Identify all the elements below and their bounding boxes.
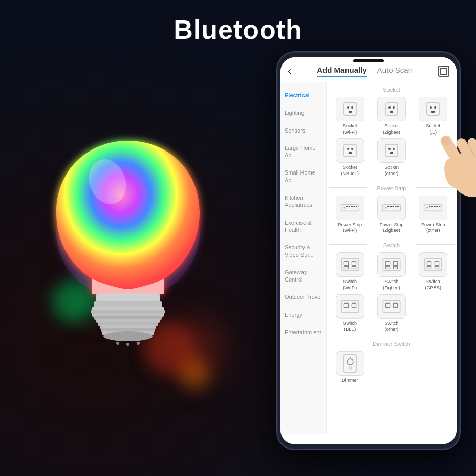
socket-nbiot-icon xyxy=(336,138,364,163)
device-switch-wifi[interactable]: Switch(Wi-Fi) xyxy=(331,252,369,291)
back-button[interactable]: ‹ xyxy=(288,64,291,78)
nav-outdoor[interactable]: Outdoor Travel xyxy=(280,288,326,306)
switch-ble-icon xyxy=(336,294,364,319)
phone-container: ‹ Add Manually Auto Scan Electrical Ligh… xyxy=(276,51,461,450)
scan-icon[interactable] xyxy=(438,66,449,77)
svg-rect-47 xyxy=(390,206,392,207)
socket-wifi-icon xyxy=(336,97,364,121)
dimmer-icon xyxy=(336,351,364,376)
nav-sensors[interactable]: Sensors xyxy=(280,122,326,139)
tab-auto-scan[interactable]: Auto Scan xyxy=(377,66,413,77)
bulb-area xyxy=(10,41,246,466)
svg-rect-66 xyxy=(385,266,390,269)
svg-rect-41 xyxy=(351,206,352,207)
left-nav: Electrical Lighting Sensors Large Home A… xyxy=(280,82,327,434)
device-strip-zigbee[interactable]: Power Strip(Zigbee) xyxy=(372,196,410,234)
svg-point-14 xyxy=(126,343,129,346)
svg-rect-71 xyxy=(427,266,431,269)
switch-other-icon xyxy=(377,294,406,319)
device-switch-gprs[interactable]: Switch(GPRS) xyxy=(414,252,452,291)
switch-gprs-label: Switch(GPRS) xyxy=(425,279,442,291)
svg-rect-69 xyxy=(427,261,431,265)
svg-point-80 xyxy=(347,359,353,365)
svg-point-35 xyxy=(393,148,395,150)
svg-rect-60 xyxy=(352,261,356,265)
svg-rect-65 xyxy=(393,261,397,265)
dimmer-label: Dimmer xyxy=(342,378,358,384)
device-switch-zigbee[interactable]: Switch(Zigbee) xyxy=(372,252,410,291)
socket-nbiot-label: Socket(NB-IoT) xyxy=(341,165,359,177)
device-socket-wifi[interactable]: Socket(Wi-Fi) xyxy=(331,97,369,135)
svg-point-31 xyxy=(351,148,353,150)
svg-rect-42 xyxy=(353,206,355,207)
device-switch-ble[interactable]: Switch(BLE) xyxy=(331,294,369,333)
svg-rect-36 xyxy=(390,152,393,154)
socket-other-icon xyxy=(377,138,406,163)
strip-zigbee-label: Power Strip(Zigbee) xyxy=(380,222,404,234)
device-socket-nbiot[interactable]: Socket(NB-IoT) xyxy=(331,138,369,177)
switch-wifi-icon xyxy=(336,252,364,277)
svg-rect-1 xyxy=(96,293,160,302)
svg-rect-70 xyxy=(435,261,439,265)
section-socket: Socket xyxy=(327,82,457,95)
strip-other-label: Power Strip(other) xyxy=(421,222,445,234)
device-dimmer[interactable]: Dimmer xyxy=(331,351,369,384)
nav-lighting[interactable]: Lighting xyxy=(280,104,326,121)
socket-zigbee-icon xyxy=(377,97,406,121)
svg-rect-32 xyxy=(349,152,352,154)
switch-wifi-label: Switch(Wi-Fi) xyxy=(343,279,357,291)
switch-grid: Switch(Wi-Fi) Switch(Zigbee) xyxy=(327,250,457,337)
device-socket-zigbee[interactable]: Socket(Zigbee) xyxy=(372,97,410,135)
svg-rect-39 xyxy=(346,206,348,207)
svg-rect-61 xyxy=(344,266,348,269)
svg-rect-43 xyxy=(356,206,357,207)
nav-security[interactable]: Security & Video Sur... xyxy=(280,239,326,264)
nav-electrical[interactable]: Electrical xyxy=(280,86,326,104)
svg-point-22 xyxy=(388,106,391,109)
device-strip-wifi[interactable]: Power Strip(Wi-Fi) xyxy=(331,196,369,234)
svg-point-18 xyxy=(347,106,349,109)
svg-point-45 xyxy=(385,207,386,208)
camera-notch xyxy=(353,59,384,62)
nav-gateway[interactable]: Gateway Control xyxy=(280,264,326,289)
svg-rect-62 xyxy=(352,266,356,269)
strip-zigbee-icon xyxy=(377,196,406,220)
svg-rect-64 xyxy=(385,261,390,265)
nav-kitchen[interactable]: Kitchen Appliances xyxy=(280,189,326,214)
svg-rect-21 xyxy=(385,103,398,115)
nav-entertainment[interactable]: Entertainm ent xyxy=(280,323,326,341)
nav-energy[interactable]: Energy xyxy=(280,306,326,323)
svg-rect-72 xyxy=(435,266,439,269)
light-bulb xyxy=(41,131,215,376)
svg-rect-74 xyxy=(344,303,348,307)
svg-rect-50 xyxy=(397,206,399,207)
strip-wifi-icon xyxy=(336,196,364,220)
svg-rect-46 xyxy=(387,206,389,207)
svg-rect-17 xyxy=(344,103,356,115)
section-switch: Switch xyxy=(327,238,457,250)
nav-large-home[interactable]: Large Home Ap... xyxy=(280,139,326,164)
hand-pointer xyxy=(422,102,476,215)
tab-add-manually[interactable]: Add Manually xyxy=(317,66,367,77)
svg-rect-67 xyxy=(393,266,397,269)
device-socket-other[interactable]: Socket(other) xyxy=(372,138,410,177)
page-title: Bluetooth xyxy=(0,14,476,45)
nav-small-home[interactable]: Small Home Ap... xyxy=(280,164,326,189)
svg-point-34 xyxy=(388,148,391,150)
svg-rect-59 xyxy=(344,261,348,265)
svg-rect-48 xyxy=(393,206,394,207)
svg-rect-82 xyxy=(349,367,352,369)
svg-rect-24 xyxy=(390,111,393,113)
switch-zigbee-icon xyxy=(377,252,406,277)
svg-rect-77 xyxy=(385,303,390,307)
section-dimmer: Dimmer Switch xyxy=(327,337,457,349)
socket-zigbee-label: Socket(Zigbee) xyxy=(383,123,400,135)
nav-exercise[interactable]: Exercise & Health xyxy=(280,214,326,239)
device-switch-other[interactable]: Switch(other) xyxy=(372,294,410,333)
svg-point-15 xyxy=(137,342,140,345)
switch-zigbee-label: Switch(Zigbee) xyxy=(383,279,400,291)
svg-point-12 xyxy=(103,331,153,341)
dimmer-grid: Dimmer xyxy=(327,349,457,388)
svg-rect-20 xyxy=(349,111,352,113)
socket-other-label: Socket(other) xyxy=(384,165,399,177)
